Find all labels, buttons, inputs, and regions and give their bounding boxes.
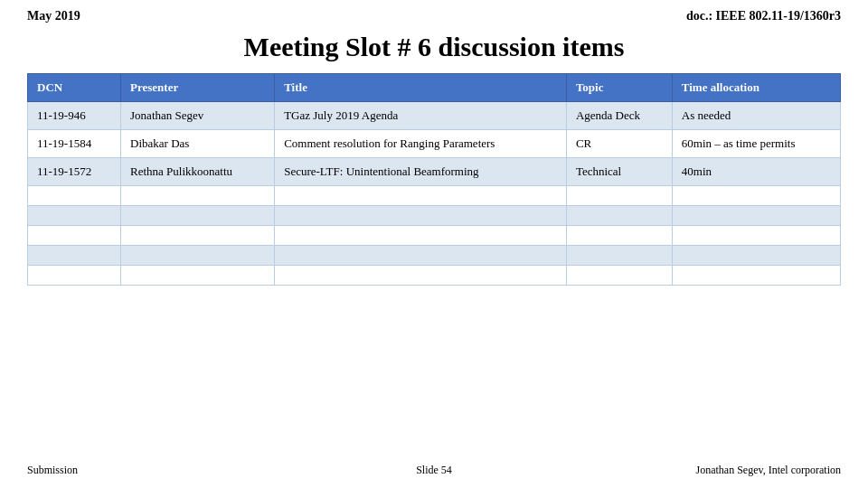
- empty-cell: [275, 246, 567, 266]
- col-topic: Topic: [566, 74, 672, 102]
- empty-row: [28, 226, 841, 246]
- col-presenter: Presenter: [121, 74, 275, 102]
- empty-cell: [275, 266, 567, 286]
- cell-presenter: Rethna Pulikkoonattu: [121, 158, 275, 186]
- col-title: Title: [275, 74, 567, 102]
- cell-dcn: 11-19-1572: [28, 158, 121, 186]
- cell-title: Secure-LTF: Unintentional Beamforming: [275, 158, 567, 186]
- table-wrapper: DCN Presenter Title Topic Time allocatio…: [27, 73, 841, 286]
- empty-cell: [121, 266, 275, 286]
- empty-cell: [121, 186, 275, 206]
- empty-cell: [566, 246, 672, 266]
- empty-cell: [566, 206, 672, 226]
- cell-title: Comment resolution for Ranging Parameter…: [275, 130, 567, 158]
- cell-time: 60min – as time permits: [672, 130, 840, 158]
- empty-cell: [28, 266, 121, 286]
- cell-dcn: 11-19-946: [28, 102, 121, 130]
- main-title: Meeting Slot # 6 discussion items: [0, 32, 868, 62]
- empty-cell: [566, 226, 672, 246]
- footer-right: Jonathan Segev, Intel corporation: [695, 464, 841, 477]
- cell-dcn: 11-19-1584: [28, 130, 121, 158]
- empty-row: [28, 246, 841, 266]
- empty-cell: [275, 186, 567, 206]
- col-dcn: DCN: [28, 74, 121, 102]
- cell-time: As needed: [672, 102, 840, 130]
- empty-cell: [672, 266, 840, 286]
- empty-row: [28, 206, 841, 226]
- footer-left: Submission: [27, 464, 78, 477]
- empty-row: [28, 266, 841, 286]
- cell-topic: CR: [566, 130, 672, 158]
- empty-cell: [28, 226, 121, 246]
- empty-cell: [566, 266, 672, 286]
- cell-time: 40min: [672, 158, 840, 186]
- header-right: doc.: IEEE 802.11-19/1360r3: [686, 9, 841, 23]
- empty-row: [28, 186, 841, 206]
- cell-presenter: Jonathan Segev: [121, 102, 275, 130]
- empty-cell: [672, 246, 840, 266]
- empty-cell: [672, 186, 840, 206]
- table-row: 11-19-946Jonathan SegevTGaz July 2019 Ag…: [28, 102, 841, 130]
- empty-cell: [28, 206, 121, 226]
- empty-cell: [275, 206, 567, 226]
- table-row: 11-19-1584Dibakar DasComment resolution …: [28, 130, 841, 158]
- discussion-table: DCN Presenter Title Topic Time allocatio…: [27, 73, 841, 286]
- empty-cell: [672, 206, 840, 226]
- empty-cell: [672, 226, 840, 246]
- empty-cell: [121, 246, 275, 266]
- cell-presenter: Dibakar Das: [121, 130, 275, 158]
- empty-cell: [275, 226, 567, 246]
- cell-topic: Agenda Deck: [566, 102, 672, 130]
- header-left: May 2019: [27, 9, 80, 23]
- table-row: 11-19-1572Rethna PulikkoonattuSecure-LTF…: [28, 158, 841, 186]
- footer-center: Slide 54: [416, 464, 452, 477]
- empty-cell: [28, 186, 121, 206]
- empty-cell: [566, 186, 672, 206]
- table-header-row: DCN Presenter Title Topic Time allocatio…: [28, 74, 841, 102]
- empty-cell: [121, 206, 275, 226]
- empty-cell: [28, 246, 121, 266]
- empty-cell: [121, 226, 275, 246]
- cell-topic: Technical: [566, 158, 672, 186]
- cell-title: TGaz July 2019 Agenda: [275, 102, 567, 130]
- col-time: Time allocation: [672, 74, 840, 102]
